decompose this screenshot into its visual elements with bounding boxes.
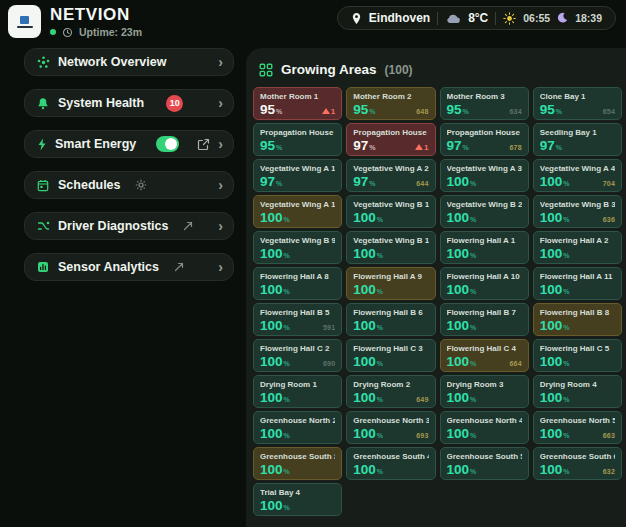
growing-area-card[interactable]: Greenhouse South 3 100 % (253, 447, 342, 480)
growing-area-card[interactable]: Flowering Hall B 8 100 % (533, 303, 622, 336)
card-row: 97 % 1 (353, 139, 428, 153)
growing-area-card[interactable]: Mother Room 1 95 % 1 (253, 87, 342, 120)
card-value: 100 (540, 355, 563, 369)
card-title: Vegetative Wing B 1 (353, 200, 428, 210)
sidebar-item-schedules[interactable]: Schedules › (24, 171, 234, 199)
card-row: 100 % (353, 211, 428, 225)
card-row: 97 % 678 (447, 139, 522, 153)
sidebar-item-driver-diagnostics[interactable]: Driver Diagnostics › (24, 212, 234, 240)
sidebar-item-label: Schedules (58, 178, 121, 192)
growing-area-card[interactable]: Flowering Hall A 1 100 % (440, 231, 529, 264)
growing-area-card[interactable]: Mother Room 3 95 % 634 (440, 87, 529, 120)
card-value: 95 (353, 103, 368, 117)
pill-divider (495, 12, 496, 25)
growing-area-card[interactable]: Greenhouse South 4 100 % (346, 447, 435, 480)
growing-area-card[interactable]: Greenhouse North 5 100 % 663 (533, 411, 622, 444)
card-title: Flowering Hall A 8 (260, 272, 335, 282)
card-title: Drying Room 3 (447, 380, 522, 390)
growing-area-card[interactable]: Trial Bay 4 100 % (253, 483, 342, 516)
gear-icon[interactable] (135, 179, 147, 191)
growing-area-card[interactable]: Flowering Hall A 8 100 % (253, 267, 342, 300)
card-row: 100 % (540, 391, 615, 405)
card-title: Flowering Hall A 9 (353, 272, 428, 282)
card-unit: % (470, 180, 476, 187)
card-row: 100 % (260, 283, 335, 297)
card-value: 100 (447, 355, 470, 369)
growing-area-card[interactable]: Propagation House 6 97 % 678 (440, 123, 529, 156)
uptime-label: Uptime: 23m (79, 26, 142, 38)
card-unit: % (563, 216, 569, 223)
growing-area-card[interactable]: Drying Room 3 100 % (440, 375, 529, 408)
growing-area-card[interactable]: Flowering Hall C 2 100 % 690 (253, 339, 342, 372)
growing-area-card[interactable]: Vegetative Wing A 10 100 % (253, 195, 342, 228)
location-pin-icon (351, 12, 362, 25)
growing-area-card[interactable]: Flowering Hall C 4 100 % 664 (440, 339, 529, 372)
sidebar-item-sensor-analytics[interactable]: Sensor Analytics › (24, 253, 234, 281)
growing-area-card[interactable]: Propagation House 4 95 % (253, 123, 342, 156)
toggle-knob (165, 138, 177, 150)
sidebar-item-smart-energy[interactable]: Smart Energy › (24, 130, 234, 158)
card-note: 654 (603, 108, 615, 115)
card-unit: % (276, 144, 282, 151)
bar-chart-icon (37, 261, 50, 273)
card-note: 704 (603, 180, 615, 187)
growing-area-card[interactable]: Vegetative Wing B 1 100 % (346, 195, 435, 228)
growing-area-card[interactable]: Vegetative Wing A 1 97 % (253, 159, 342, 192)
card-unit: % (463, 108, 469, 115)
card-title: Drying Room 2 (353, 380, 428, 390)
growing-area-card[interactable]: Vegetative Wing B 9 100 % (253, 231, 342, 264)
growing-area-card[interactable]: Drying Room 4 100 % (533, 375, 622, 408)
growing-area-card[interactable]: Flowering Hall B 5 100 % 591 (253, 303, 342, 336)
card-row: 100 % (447, 391, 522, 405)
card-title: Vegetative Wing A 1 (260, 164, 335, 174)
card-value: 100 (353, 211, 376, 225)
growing-area-card[interactable]: Vegetative Wing B 3 100 % 636 (533, 195, 622, 228)
growing-area-card[interactable]: Flowering Hall A 2 100 % (533, 231, 622, 264)
growing-area-card[interactable]: Vegetative Wing A 4 100 % 704 (533, 159, 622, 192)
growing-area-card[interactable]: Greenhouse North 4 100 % (440, 411, 529, 444)
growing-area-card[interactable]: Greenhouse North 2 100 % (253, 411, 342, 444)
growing-area-card[interactable]: Greenhouse South 6 100 % 632 (533, 447, 622, 480)
sidebar-item-system-health[interactable]: System Health 10 › (24, 89, 234, 117)
growing-area-card[interactable]: Flowering Hall A 9 100 % (346, 267, 435, 300)
card-title: Flowering Hall B 8 (540, 308, 615, 318)
card-row: 100 % (540, 247, 615, 261)
sun-icon (503, 12, 516, 25)
card-unit: % (470, 360, 476, 367)
growing-area-card[interactable]: Greenhouse South 5 100 % (440, 447, 529, 480)
growing-area-card[interactable]: Seedling Bay 1 97 % (533, 123, 622, 156)
app-title: NETVION (50, 5, 142, 24)
growing-area-card[interactable]: Drying Room 2 100 % 649 (346, 375, 435, 408)
chevron-right-icon: › (218, 96, 223, 110)
card-row: 100 % 693 (353, 427, 428, 441)
growing-area-card[interactable]: Greenhouse North 3 100 % 693 (346, 411, 435, 444)
card-value: 100 (540, 283, 563, 297)
growing-area-card[interactable]: Flowering Hall C 3 100 % (346, 339, 435, 372)
external-link-icon[interactable] (197, 138, 210, 151)
growing-area-card[interactable]: Vegetative Wing A 3 100 % (440, 159, 529, 192)
growing-area-card[interactable]: Propagation House 5 97 % 1 (346, 123, 435, 156)
growing-area-card[interactable]: Vegetative Wing A 2 97 % 644 (346, 159, 435, 192)
card-value: 100 (447, 463, 470, 477)
growing-area-card[interactable]: Mother Room 2 95 % 648 (346, 87, 435, 120)
card-unit: % (284, 324, 290, 331)
card-alert-flag: 1 (415, 143, 428, 152)
section-count: (100) (385, 63, 413, 77)
growing-area-card[interactable]: Flowering Hall A 11 100 % (533, 267, 622, 300)
card-row: 100 % (353, 319, 428, 333)
card-title: Mother Room 1 (260, 92, 335, 102)
logo-mark-icon (20, 16, 29, 24)
growing-area-card[interactable]: Drying Room 1 100 % (253, 375, 342, 408)
growing-area-card[interactable]: Flowering Hall A 10 100 % (440, 267, 529, 300)
card-title: Vegetative Wing B 10 (353, 236, 428, 246)
growing-area-card[interactable]: Flowering Hall B 7 100 % (440, 303, 529, 336)
growing-area-card[interactable]: Vegetative Wing B 2 100 % (440, 195, 529, 228)
smart-energy-toggle[interactable] (156, 136, 179, 152)
growing-area-card[interactable]: Vegetative Wing B 10 100 % (346, 231, 435, 264)
growing-area-card[interactable]: Flowering Hall C 5 100 % (533, 339, 622, 372)
card-value: 100 (540, 427, 563, 441)
growing-area-card[interactable]: Clone Bay 1 95 % 654 (533, 87, 622, 120)
location-label: Eindhoven (369, 11, 430, 25)
growing-area-card[interactable]: Flowering Hall B 6 100 % (346, 303, 435, 336)
sidebar-item-network-overview[interactable]: Network Overview › (24, 48, 234, 76)
